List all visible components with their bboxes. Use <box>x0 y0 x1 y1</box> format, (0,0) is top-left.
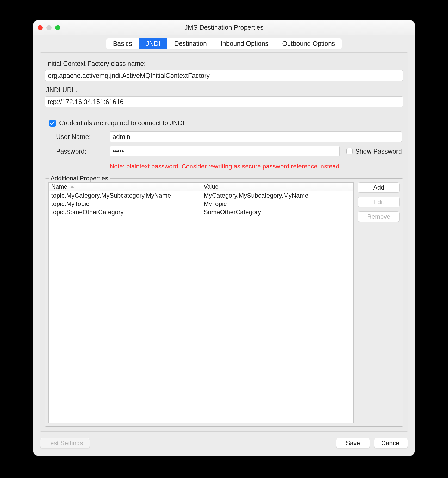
dialog-footer: Test Settings Save Cancel <box>33 436 415 456</box>
column-header-name[interactable]: Name <box>49 183 201 191</box>
add-button[interactable]: Add <box>358 182 400 193</box>
tab-destination[interactable]: Destination <box>167 38 214 49</box>
username-label: User Name: <box>56 133 105 141</box>
table-header: Name Value <box>49 183 353 191</box>
jndi-url-input[interactable] <box>45 96 403 107</box>
show-password-label: Show Password <box>355 148 402 155</box>
column-header-value[interactable]: Value <box>201 183 353 191</box>
additional-properties-table[interactable]: Name Value topic.MyCategory.MySubcategor… <box>48 182 354 423</box>
cell-name: topic.MyCategory.MySubcategory.MyName <box>49 192 201 199</box>
minimize-icon <box>46 25 52 30</box>
table-row[interactable]: topic.MyCategory.MySubcategory.MyNameMyC… <box>49 191 353 200</box>
tabstrip: Basics JNDI Destination Inbound Options … <box>33 35 415 49</box>
window-title: JMS Destination Properties <box>185 24 264 31</box>
cell-name: topic.MyTopic <box>49 200 201 208</box>
window-controls <box>38 25 60 30</box>
initial-context-factory-label: Initial Context Factory class name: <box>46 60 403 67</box>
cancel-button[interactable]: Cancel <box>374 438 408 448</box>
dialog-window: JMS Destination Properties Basics JNDI D… <box>33 20 415 456</box>
table-row[interactable]: topic.SomeOtherCategorySomeOtherCategory <box>49 208 353 216</box>
additional-properties-buttons: Add Edit Remove <box>358 182 400 423</box>
cell-name: topic.SomeOtherCategory <box>49 208 201 216</box>
column-header-value-text: Value <box>204 183 219 190</box>
show-password-checkbox[interactable] <box>346 148 353 154</box>
jndi-url-label: JNDI URL: <box>46 86 403 94</box>
sort-ascending-icon <box>70 186 74 188</box>
initial-context-factory-input[interactable] <box>45 70 403 81</box>
credentials-required-checkbox[interactable] <box>49 120 56 127</box>
tab-jndi[interactable]: JNDI <box>139 38 167 49</box>
zoom-icon[interactable] <box>55 25 60 30</box>
table-body: topic.MyCategory.MySubcategory.MyNameMyC… <box>49 191 353 423</box>
password-label: Password: <box>56 148 105 155</box>
credentials-required-label: Credentials are required to connect to J… <box>59 119 184 127</box>
tab-outbound-options[interactable]: Outbound Options <box>275 38 342 49</box>
additional-properties-legend: Additional Properties <box>49 175 110 182</box>
column-header-name-text: Name <box>51 183 67 190</box>
jndi-panel: Initial Context Factory class name: JNDI… <box>40 52 408 432</box>
close-icon[interactable] <box>38 25 43 30</box>
cell-value: MyCategory.MySubcategory.MyName <box>201 192 353 199</box>
username-input[interactable] <box>110 131 402 142</box>
tab-basics[interactable]: Basics <box>106 38 139 49</box>
edit-button: Edit <box>358 197 400 207</box>
test-settings-button: Test Settings <box>40 438 90 448</box>
remove-button: Remove <box>358 211 400 222</box>
additional-properties-fieldset: Additional Properties Name Value topic.M… <box>45 178 403 427</box>
cell-value: SomeOtherCategory <box>201 208 353 216</box>
tab-inbound-options[interactable]: Inbound Options <box>214 38 275 49</box>
table-row[interactable]: topic.MyTopicMyTopic <box>49 200 353 208</box>
cell-value: MyTopic <box>201 200 353 208</box>
titlebar: JMS Destination Properties <box>33 20 415 35</box>
password-plaintext-warning: Note: plaintext password. Consider rewri… <box>110 163 402 170</box>
password-input[interactable] <box>110 146 340 156</box>
save-button[interactable]: Save <box>336 438 370 448</box>
